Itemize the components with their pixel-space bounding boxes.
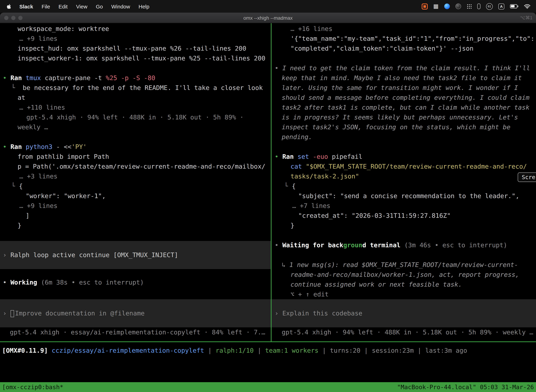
apple-menu-icon[interactable] bbox=[4, 3, 15, 9]
battery-icon[interactable] bbox=[510, 4, 518, 9]
terminal-line: • Waiting for background terminal (3m 46… bbox=[272, 240, 536, 250]
terminal-line bbox=[272, 230, 536, 240]
terminal-line: • Ran tmux capture-pane -t %25 -p -S -80 bbox=[0, 73, 271, 83]
battery-percent-ring-icon[interactable]: 61 bbox=[486, 3, 493, 10]
terminal-left-pane[interactable]: workspace_mode: worktree… +9 linesinspec… bbox=[0, 23, 271, 341]
terminal-line: at bbox=[0, 93, 271, 103]
traffic-lights bbox=[0, 16, 23, 20]
tmux-status-bar: [omx-cczip0:bash* "MacBook-Pro-44.local"… bbox=[0, 382, 536, 392]
grid-app-icon[interactable]: ▦ bbox=[433, 4, 439, 9]
terminal-line: "worker": "worker-1", bbox=[0, 191, 271, 201]
terminal-line: gpt-5.4 xhigh · essay/ai-reimplementatio… bbox=[0, 327, 271, 337]
menu-bar-status-icons: ▦ 61 A bbox=[422, 3, 532, 10]
menu-go[interactable]: Go bbox=[92, 3, 107, 9]
tmux-session-window[interactable]: [omx-cczip0:bash* bbox=[2, 383, 63, 391]
terminal-line: … +9 lines bbox=[0, 34, 271, 44]
wifi-icon[interactable] bbox=[524, 4, 530, 9]
input-source-icon[interactable]: A bbox=[498, 3, 504, 9]
terminal-line: } bbox=[272, 221, 536, 230]
terminal-line: readme-and-reco/mailbox/worker-1.json, a… bbox=[272, 270, 536, 280]
terminal-line: should send a message before completing … bbox=[272, 93, 536, 103]
menu-help[interactable]: Help bbox=[134, 3, 154, 9]
terminal-line: inspect_worker-1: omx sparkshell --tmux-… bbox=[0, 53, 271, 63]
screen-recording-stop-icon[interactable] bbox=[422, 3, 428, 9]
terminal-line: task2 after task1 is complete, but can I… bbox=[272, 103, 536, 112]
menu-bar-left: Slack File Edit View Go Window Help bbox=[4, 3, 153, 9]
terminal-line: › Ralph loop active continue [OMX_TMUX_I… bbox=[0, 250, 271, 260]
terminal-line: inspect_hud: omx sparkshell --tmux-pane … bbox=[0, 44, 271, 53]
terminal-line: from pathlib import Path bbox=[0, 152, 271, 162]
terminal-line: } bbox=[0, 221, 271, 230]
terminal-line: • Ran set -euo pipefail bbox=[272, 152, 536, 162]
menu-bar: Slack File Edit View Go Window Help ▦ 61… bbox=[0, 0, 536, 13]
terminal-line: inspect task2's JSON, focusing on the st… bbox=[272, 122, 536, 132]
terminal-line: "completed","claim_token":"claim-token"}… bbox=[272, 44, 536, 53]
terminal-line: • Working (6m 38s • esc to interrupt) bbox=[0, 277, 271, 287]
window-title-bar[interactable]: omx --xhigh --madmax ⌥⌘1 bbox=[0, 13, 536, 23]
terminal-line: gpt-5.4 xhigh · 94% left · 488K in · 5.1… bbox=[272, 327, 536, 337]
minimize-button[interactable] bbox=[11, 16, 15, 20]
pane-spacer bbox=[0, 287, 271, 299]
menu-window[interactable]: Window bbox=[107, 3, 134, 9]
terminal-line: └ { bbox=[0, 181, 271, 191]
prompt-band[interactable]: › Improve documentation in @filename bbox=[0, 299, 271, 327]
wifi-glyph bbox=[524, 4, 530, 9]
terminal-line bbox=[272, 53, 536, 63]
terminal-line: ⌥ + ↑ edit bbox=[272, 289, 536, 299]
terminal-line: • I need to get the claim token from the… bbox=[272, 63, 536, 73]
terminal-line: is in progress? It seems likely but perh… bbox=[272, 112, 536, 122]
terminal-line: … +3 lines bbox=[0, 171, 271, 181]
menu-view[interactable]: View bbox=[72, 3, 92, 9]
terminal-line: keep that in mind. Maybe I also need the… bbox=[272, 73, 536, 83]
terminal-line: workspace_mode: worktree bbox=[0, 24, 271, 34]
active-app-name[interactable]: Slack bbox=[15, 3, 37, 9]
terminal-line: ↳ 1 new msg(s): read $OMX_TEAM_STATE_ROO… bbox=[272, 260, 536, 270]
terminal-line: [OMX#0.11.9] cczip/essay/ai-reimplementa… bbox=[0, 346, 536, 355]
terminal-line: continue assigned work or next feasible … bbox=[272, 280, 536, 289]
terminal-line: … +7 lines bbox=[272, 201, 536, 211]
terminal-line: › Improve documentation in @filename bbox=[0, 308, 271, 318]
terminal-line bbox=[272, 142, 536, 152]
terminal-line: › Explain this codebase bbox=[272, 308, 536, 318]
screen-tooltip: Scre bbox=[518, 173, 536, 182]
dots-grid-icon[interactable] bbox=[467, 4, 472, 9]
terminal-line: cat "$OMX_TEAM_STATE_ROOT/team/review-cu… bbox=[272, 162, 536, 171]
terminal-line bbox=[0, 63, 271, 73]
tmux-host-and-time: "MacBook-Pro-44.local" 05:03 31-Mar-26 bbox=[397, 383, 534, 391]
dark-orb-app-icon[interactable] bbox=[455, 4, 461, 9]
terminal-line: later. Using the same for transition mig… bbox=[272, 83, 536, 93]
terminal-line: p = Path('.omx/state/team/review-current… bbox=[0, 162, 271, 171]
terminal-right-pane[interactable]: … +16 lines'{"team_name":"my-team","task… bbox=[272, 23, 536, 341]
screen: Slack File Edit View Go Window Help ▦ 61… bbox=[0, 0, 536, 392]
terminal-line: … +110 lines bbox=[0, 103, 271, 112]
terminal-line: pending. bbox=[272, 132, 536, 142]
battery-glyph bbox=[510, 4, 518, 9]
terminal-area: workspace_mode: worktree… +9 linesinspec… bbox=[0, 23, 536, 342]
terminal-line: "created_at": "2026-03-31T11:59:27.816Z" bbox=[272, 211, 536, 221]
window-shortcut-hint: ⌥⌘1 bbox=[520, 15, 532, 20]
terminal-line: weekly … bbox=[0, 122, 271, 132]
terminal-line: ] bbox=[0, 211, 271, 221]
terminal-line: └ { bbox=[272, 181, 536, 191]
terminal-line: … +16 lines bbox=[272, 24, 536, 34]
terminal-window: omx --xhigh --madmax ⌥⌘1 workspace_mode:… bbox=[0, 13, 536, 392]
terminal-line: gpt-5.4 xhigh · 94% left · 488K in · 5.1… bbox=[0, 112, 271, 122]
prompt-band[interactable]: › Explain this codebase bbox=[272, 299, 536, 327]
text-cursor bbox=[10, 310, 14, 317]
terminal-line: └ be necessary for the end of the README… bbox=[0, 83, 271, 93]
blue-app-icon[interactable] bbox=[444, 4, 450, 9]
terminal-line: "subject": "send a concise recommendatio… bbox=[272, 191, 536, 201]
terminal-line: … +9 lines bbox=[0, 201, 271, 211]
slim-app-icon[interactable] bbox=[477, 4, 480, 9]
terminal-line bbox=[272, 250, 536, 260]
apple-logo-glyph bbox=[6, 3, 12, 9]
close-button[interactable] bbox=[4, 16, 9, 20]
prompt-band[interactable]: › Ralph loop active continue [OMX_TMUX_I… bbox=[0, 241, 271, 269]
menu-file[interactable]: File bbox=[37, 3, 54, 9]
zoom-button[interactable] bbox=[18, 16, 23, 20]
terminal-line: tasks/task-2.json" bbox=[272, 171, 536, 181]
menu-edit[interactable]: Edit bbox=[54, 3, 72, 9]
record-square-glyph bbox=[423, 5, 426, 8]
terminal-line: '{"team_name":"my-team","task_id":"1","f… bbox=[272, 34, 536, 44]
terminal-line: • Ran python3 - <<'PY' bbox=[0, 142, 271, 152]
